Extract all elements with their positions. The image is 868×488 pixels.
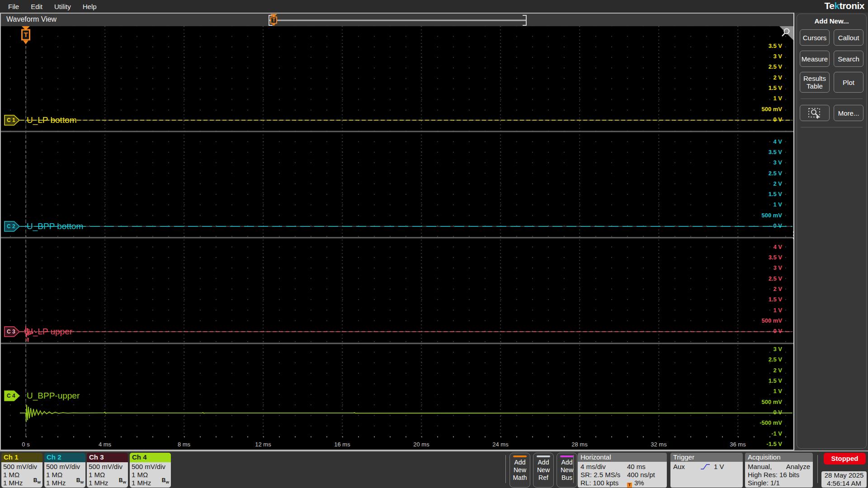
svg-text:28 ms: 28 ms — [571, 441, 588, 448]
svg-text:C 4: C 4 — [7, 393, 15, 399]
svg-text:32 ms: 32 ms — [651, 441, 667, 448]
svg-text:3 V: 3 V — [773, 264, 782, 271]
tab-waveform-view[interactable]: Waveform View — [6, 15, 57, 23]
svg-text:0 V: 0 V — [773, 222, 782, 229]
time-text: 4:56:14 AM — [821, 479, 867, 488]
ch2-name-label[interactable]: U_BPP bottom — [27, 221, 83, 231]
menu-edit[interactable]: Edit — [31, 3, 42, 10]
svg-text:2.5 V: 2.5 V — [769, 63, 783, 70]
svg-text:-1 V: -1 V — [771, 430, 782, 437]
svg-text:12 ms: 12 ms — [255, 441, 271, 448]
more-button[interactable]: More... — [834, 105, 863, 121]
svg-text:-1.5 V: -1.5 V — [766, 441, 782, 447]
ch2-settings-badge[interactable]: Ch 2 500 mV/div 1 MΩ 1 MHz BW — [44, 453, 85, 488]
bottombar-separator-1 — [505, 455, 506, 483]
zoom-select-button[interactable] — [800, 105, 830, 121]
ch4-label: Ch 4 — [130, 453, 171, 462]
menu-file[interactable]: File — [8, 3, 19, 10]
graticule[interactable]: T C 1 C — [1, 26, 793, 450]
measure-button[interactable]: Measure — [800, 51, 830, 67]
svg-text:2.5 V: 2.5 V — [769, 356, 783, 363]
results-table-button[interactable]: Results Table — [800, 72, 830, 93]
svg-text:16 ms: 16 ms — [334, 441, 350, 448]
svg-text:24 ms: 24 ms — [492, 441, 509, 448]
ch2-vdiv: 500 mV/div — [46, 463, 85, 471]
ch3-vdiv: 500 mV/div — [89, 463, 128, 471]
svg-text:-500 mV: -500 mV — [760, 419, 782, 426]
svg-text:1 V: 1 V — [773, 201, 782, 208]
horizontal-panel-title: Horizontal — [578, 453, 667, 462]
ch3-bw-limit-badge: BW — [119, 476, 126, 487]
svg-text:4 ms: 4 ms — [99, 441, 112, 448]
svg-text:2 V: 2 V — [773, 74, 782, 81]
ch3-name-label[interactable]: U_LP upper — [27, 327, 73, 337]
run-stop-status-button[interactable]: Stopped — [824, 453, 866, 465]
ch4-name-label[interactable]: U_BPP-upper — [27, 391, 80, 401]
ch2-label: Ch 2 — [44, 453, 85, 462]
svg-text:1.5 V: 1.5 V — [769, 191, 783, 197]
svg-text:4 V: 4 V — [773, 138, 782, 145]
svg-text:1.5 V: 1.5 V — [769, 296, 783, 303]
callout-button[interactable]: Callout — [834, 29, 863, 46]
trigger-level: 1 V — [714, 463, 724, 471]
svg-text:2.5 V: 2.5 V — [769, 275, 783, 282]
svg-text:C 2: C 2 — [7, 223, 15, 230]
horizontal-position-overview[interactable]: T — [266, 14, 533, 26]
grid-dots — [1, 26, 793, 438]
trigger-source: Aux — [673, 463, 697, 471]
tektronix-logo: Tektronix — [825, 0, 864, 11]
date-text: 28 May 2025 — [821, 471, 867, 479]
ch3-settings-badge[interactable]: Ch 3 500 mV/div 1 MΩ 1 MHz BW — [87, 453, 128, 488]
plot-button[interactable]: Plot — [834, 72, 863, 93]
svg-text:1 V: 1 V — [773, 388, 782, 394]
ch4-vdiv: 500 mV/div — [132, 463, 171, 471]
svg-text:T: T — [24, 31, 28, 38]
menu-help[interactable]: Help — [83, 3, 97, 10]
acquisition-panel[interactable]: Acquisition Manual,Analyze High Res: 16 … — [745, 453, 813, 488]
svg-text:0 s: 0 s — [22, 441, 30, 448]
svg-text:20 ms: 20 ms — [413, 441, 429, 448]
ch1-name-label[interactable]: U_LP bottom — [27, 115, 77, 125]
svg-text:3 V: 3 V — [773, 159, 782, 166]
trigger-panel[interactable]: Trigger Aux 1 V — [670, 453, 743, 488]
search-button[interactable]: Search — [834, 51, 863, 67]
ch4-settings-badge[interactable]: Ch 4 500 mV/div 1 MΩ 1 MHz BW — [130, 453, 171, 488]
sidebar-divider-2 — [801, 127, 863, 127]
svg-text:3.5 V: 3.5 V — [769, 42, 783, 49]
ch3-label: Ch 3 — [87, 453, 128, 462]
menu-utility[interactable]: Utility — [54, 3, 71, 10]
svg-text:C 3: C 3 — [7, 328, 15, 335]
add-new-ref-button[interactable]: Add New Ref — [533, 453, 554, 488]
bottombar-separator-3 — [817, 455, 818, 483]
svg-text:1.5 V: 1.5 V — [769, 84, 783, 91]
waveform-view-window: Waveform View T — [0, 13, 794, 450]
add-new-panel: Add New... Cursors Callout Measure Searc… — [797, 14, 867, 449]
ch1-settings-badge[interactable]: Ch 1 500 mV/div 1 MΩ 1 MHz BW — [1, 453, 42, 488]
add-new-title: Add New... — [800, 17, 863, 25]
datetime-badge: 28 May 2025 4:56:14 AM — [821, 471, 867, 488]
add-new-math-button[interactable]: Add New Math — [509, 453, 530, 488]
svg-text:500 mV: 500 mV — [761, 106, 782, 113]
waveform-tab-bar: Waveform View T — [1, 14, 793, 26]
svg-text:3 V: 3 V — [773, 346, 782, 352]
svg-text:1.5 V: 1.5 V — [769, 377, 783, 384]
cursors-button[interactable]: Cursors — [800, 29, 830, 46]
svg-text:8 ms: 8 ms — [178, 441, 191, 448]
svg-text:T: T — [272, 17, 275, 23]
svg-text:3.5 V: 3.5 V — [769, 149, 783, 155]
ch2-bw-limit-badge: BW — [76, 476, 84, 487]
bottombar-separator-2 — [573, 455, 574, 483]
splitter-grip[interactable] — [793, 231, 794, 239]
horizontal-panel[interactable]: Horizontal 4 ms/div40 ms SR: 2.5 MS/s400… — [578, 453, 667, 488]
svg-text:1 V: 1 V — [773, 95, 782, 102]
svg-text:0 V: 0 V — [773, 116, 782, 123]
trigger-panel-title: Trigger — [670, 453, 743, 462]
svg-text:0 V: 0 V — [773, 409, 782, 416]
svg-text:2 V: 2 V — [773, 180, 782, 187]
ref-color-stripe — [537, 455, 550, 457]
svg-text:2 V: 2 V — [773, 367, 782, 374]
svg-text:0 V: 0 V — [773, 328, 782, 334]
add-new-bus-button[interactable]: Add New Bus — [557, 453, 577, 488]
svg-text:2.5 V: 2.5 V — [769, 170, 783, 177]
trigger-position-icon: T — [627, 483, 632, 488]
